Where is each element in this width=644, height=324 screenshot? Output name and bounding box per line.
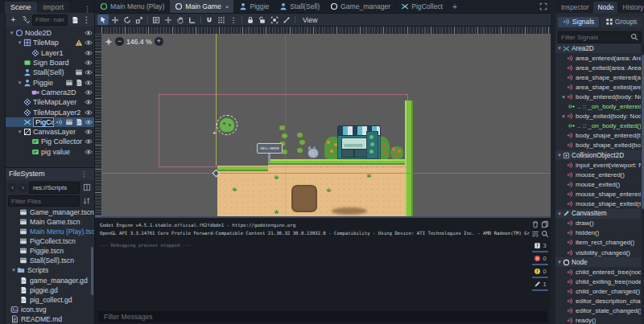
- tab-import[interactable]: Import: [38, 2, 70, 13]
- signal-ready[interactable]: ready(): [555, 316, 641, 324]
- zoom-percent-label[interactable]: 146.4 %: [126, 38, 152, 46]
- lock-tool-icon[interactable]: [245, 14, 256, 25]
- tab-node[interactable]: Node: [593, 2, 617, 13]
- fs-path[interactable]: res://Scripts: [29, 182, 80, 194]
- expand-arrow[interactable]: ▾: [560, 113, 567, 120]
- close-tab-icon[interactable]: ×: [225, 3, 229, 10]
- center-view-icon[interactable]: [105, 38, 113, 46]
- select-tool-icon[interactable]: [97, 14, 109, 25]
- snap-options-icon[interactable]: ⋮: [228, 14, 239, 25]
- script-icon[interactable]: [75, 118, 83, 126]
- connected-slot-on-body-exited[interactable]: .. :: _on_body_exited(): [555, 121, 641, 131]
- fs-sort-icon[interactable]: [81, 196, 92, 207]
- signal-hidden[interactable]: hidden(): [555, 228, 641, 238]
- 2d-viewport-canvas[interactable]: + SELL HERE: [101, 34, 551, 216]
- signal-child-entered-tree-node-n[interactable]: child_entered_tree(node: N...: [555, 267, 641, 277]
- rotate-tool-icon[interactable]: [122, 14, 133, 25]
- edit-count-toggle[interactable]: 1: [532, 280, 548, 291]
- visibility-icon[interactable]: [85, 49, 93, 57]
- fs-filter-input[interactable]: [11, 196, 76, 206]
- visibility-icon[interactable]: [85, 148, 93, 156]
- scene-tab-main-game[interactable]: Main Game×: [170, 0, 234, 13]
- groups-button[interactable]: Groups: [601, 17, 642, 27]
- connected-slot-on-body-entered[interactable]: .. :: _on_body_entered(): [555, 102, 641, 112]
- tab-inspector[interactable]: Inspector: [557, 2, 592, 13]
- fs-back-button[interactable]: ‹: [8, 183, 17, 192]
- pan-tool-icon[interactable]: [175, 14, 186, 25]
- signals-filter-input[interactable]: [561, 32, 630, 43]
- visibility-icon[interactable]: [85, 137, 93, 146]
- file-item-scripts[interactable]: ▾Scripts: [6, 265, 94, 275]
- output-filter-input[interactable]: [102, 312, 543, 322]
- instance-icon[interactable]: [65, 79, 73, 87]
- signal-mouse-entered[interactable]: mouse_entered(): [555, 170, 641, 179]
- view-menu-button[interactable]: View: [298, 16, 322, 24]
- file-item-piggie-gd[interactable]: piggie.gd: [6, 285, 94, 295]
- file-item-main-game-tscn[interactable]: Main Game.tscn: [6, 217, 94, 227]
- copy-output-icon[interactable]: [541, 220, 549, 228]
- warning-count-toggle[interactable]: 0: [532, 267, 548, 278]
- signal-draw[interactable]: draw(): [555, 219, 641, 228]
- signal-area-entered-area-area2d[interactable]: area_entered(area: Area2D): [555, 53, 641, 63]
- signal-area-shape-entered-area-r[interactable]: area_shape_entered(area_r...: [555, 72, 641, 82]
- grid-snap-tool-icon[interactable]: [216, 14, 227, 25]
- expand-arrow[interactable]: ▾: [556, 259, 563, 265]
- signal-editor-description-change[interactable]: editor_description_change...: [555, 296, 641, 306]
- new-scene-tab-button[interactable]: +: [448, 0, 461, 13]
- signal-input-event-viewport-nod[interactable]: input_event(viewport: Nod...: [555, 160, 641, 170]
- visibility-icon[interactable]: [85, 118, 93, 126]
- visibility-icon[interactable]: [85, 109, 93, 117]
- signal-mouse-exited[interactable]: mouse_exited(): [555, 179, 641, 189]
- tab-scene[interactable]: Scene: [5, 2, 37, 13]
- file-item-game-manager-gd[interactable]: game_manager.gd: [6, 276, 94, 285]
- message-count-toggle[interactable]: 3: [532, 241, 548, 252]
- signal-visibility-changed[interactable]: visibility_changed(): [555, 248, 641, 257]
- filesystem-menu-icon[interactable]: ⋮: [77, 170, 91, 178]
- scene-tree-item-tilemaplayer2[interactable]: TileMapLayer2: [6, 107, 94, 117]
- scene-tree-item-stall-sell[interactable]: Stall(Sell): [6, 68, 94, 77]
- expand-arrow[interactable]: ▾: [8, 30, 15, 36]
- file-item-stall-sell-tscn[interactable]: Stall(Sell).tscn: [6, 256, 94, 265]
- signal-mouse-shape-exited-shap[interactable]: mouse_shape_exited(shap...: [555, 199, 641, 209]
- signal-child-order-changed[interactable]: child_order_changed(): [555, 286, 641, 296]
- visibility-icon[interactable]: [85, 128, 93, 136]
- signal-mouse-shape-entered-sha[interactable]: mouse_shape_entered(sha...: [555, 189, 641, 199]
- visibility-icon[interactable]: [85, 68, 93, 76]
- scene-tree-item-sign-board[interactable]: Sign Board: [6, 58, 94, 68]
- zoom-in-button[interactable]: +: [155, 37, 163, 46]
- signal-body-shape-exited-body-ri[interactable]: body_shape_exited(body_ri...: [555, 141, 641, 150]
- scene-tab-stall-sell[interactable]: Stall(Sell): [275, 0, 325, 13]
- signal-area-shape-exited-area-rid[interactable]: area_shape_exited(area_rid...: [555, 82, 641, 92]
- scene-filter-input[interactable]: [35, 15, 64, 25]
- visibility-icon[interactable]: [85, 39, 93, 47]
- move-tool-icon[interactable]: [109, 14, 121, 25]
- visibility-icon[interactable]: [85, 88, 93, 96]
- expand-arrow[interactable]: ▾: [10, 267, 17, 273]
- file-item-pig-collect-gd[interactable]: pig_collect.gd: [6, 295, 94, 305]
- scene-tree-item-pig-value[interactable]: pig value: [6, 147, 94, 157]
- ruler-tool-icon[interactable]: [187, 14, 198, 25]
- fs-forward-button[interactable]: ›: [19, 183, 27, 192]
- scene-tree-menu-icon[interactable]: ⋮: [81, 14, 92, 25]
- fs-scrollbar[interactable]: [91, 247, 93, 295]
- visibility-icon[interactable]: [85, 29, 93, 37]
- clear-output-icon[interactable]: [531, 220, 539, 228]
- attach-script-button[interactable]: [69, 14, 80, 25]
- expand-arrow[interactable]: ▾: [16, 80, 23, 86]
- instance-icon[interactable]: [75, 68, 83, 76]
- signal-area-exited-area-area2d[interactable]: area_exited(area: Area2D): [555, 63, 641, 72]
- signal-category-area2d[interactable]: ▾Area2D: [555, 43, 641, 53]
- bone-tool-icon[interactable]: [281, 14, 292, 25]
- expand-arrow[interactable]: ▾: [556, 45, 563, 51]
- smart-snap-tool-icon[interactable]: [204, 14, 215, 25]
- scene-tree-item-layer1[interactable]: Layer1: [6, 48, 94, 58]
- scene-tree-item-canvaslayer[interactable]: ▾CanvasLayer: [6, 127, 94, 137]
- wrap-lines-icon[interactable]: [531, 230, 539, 238]
- scene-tab-game-manager[interactable]: Game_manager: [325, 0, 396, 13]
- signal-category-node[interactable]: ▾Node: [555, 257, 641, 267]
- signal-category-collisionobject2d[interactable]: ▾CollisionObject2D: [555, 150, 641, 160]
- instance-scene-button[interactable]: [20, 14, 31, 25]
- group-tool-icon[interactable]: [269, 14, 280, 25]
- scene-tree-item-tilemap[interactable]: ▾TileMap: [6, 38, 94, 47]
- scene-tree-item-pig-collector-labe[interactable]: Pig Collector Labe: [6, 137, 94, 146]
